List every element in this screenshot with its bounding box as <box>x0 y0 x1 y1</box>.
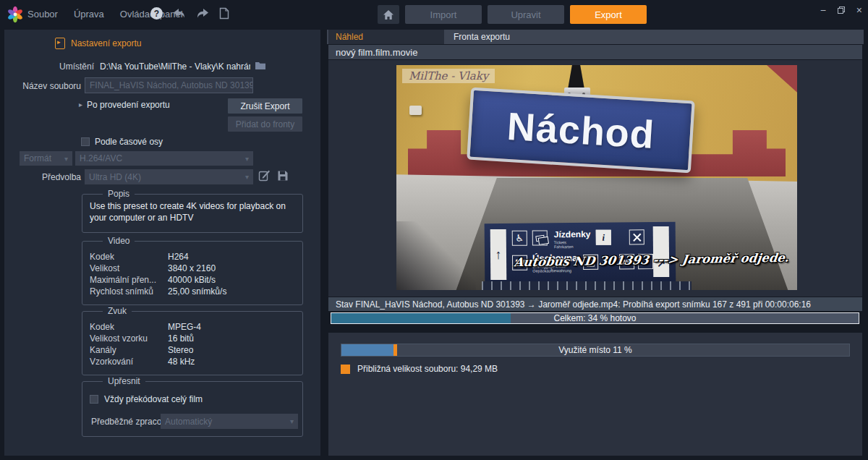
overall-progress-label: Celkem: 34 % hotovo <box>331 313 859 323</box>
app-logo-icon <box>7 6 24 23</box>
preset-label: Předvolba <box>9 172 81 182</box>
export-button[interactable]: Export <box>570 5 647 24</box>
video-group: Video KodekH264 Velikost3840 x 2160 Maxi… <box>82 241 303 305</box>
photo-underpass-opening: ↑ ↗ ♿ Jízdenky Tickets Fahrkarten i <box>453 178 791 290</box>
chevron-down-icon: ▾ <box>245 155 249 163</box>
tab-fronta-exportu[interactable]: Fronta exportu <box>454 32 510 42</box>
video-row-value: 25,00 snímků/s <box>168 286 226 297</box>
timeline-checkbox-label: Podle časové osy <box>95 137 163 147</box>
export-settings-icon <box>55 38 65 49</box>
wheelchair-icon: ♿ <box>512 231 527 246</box>
after-export-label[interactable]: Po provedení exportu <box>87 100 170 110</box>
photo-corner-decor <box>754 65 797 95</box>
minimize-button[interactable]: − <box>820 4 826 16</box>
audio-row-label: Kanály <box>90 345 168 355</box>
redo-icon[interactable] <box>196 8 209 20</box>
add-to-queue-button[interactable]: Přidat do fronty <box>228 116 302 132</box>
description-group: Popis Use this preset to create 4K video… <box>82 194 303 233</box>
menu-soubor[interactable]: Soubor <box>27 9 58 20</box>
audio-row-value: 48 kHz <box>168 357 195 367</box>
audio-row-label: Kodek <box>90 322 168 332</box>
home-button[interactable] <box>378 5 399 24</box>
tickets-icon <box>532 230 548 245</box>
chevron-down-icon: ▾ <box>64 155 68 163</box>
codec-select[interactable]: H.264/AVC ▾ <box>75 151 253 166</box>
top-menu-bar: Soubor Úprava Ovládací panel ? Impo <box>0 0 868 30</box>
location-label: Umístění <box>22 61 94 72</box>
luggage-sub2: Gepäckaufbewahrung <box>532 268 577 273</box>
tickets-title: Jízdenky <box>554 230 591 239</box>
browse-folder-icon[interactable] <box>255 61 266 70</box>
video-row-value: H264 <box>168 252 189 262</box>
tab-nahled[interactable]: Náhled <box>328 30 444 44</box>
video-row-label: Maximální přen... <box>90 275 168 285</box>
disk-usage-bar: Využité místo 11 % <box>341 344 850 357</box>
chevron-down-icon: ▾ <box>290 417 294 425</box>
audio-row-label: Vzorkování <box>90 357 168 367</box>
arrow-up-box: ↑ <box>490 229 507 280</box>
transcode-checkbox[interactable] <box>90 395 98 404</box>
application-window: Soubor Úprava Ovládací panel ? Impo <box>0 0 868 460</box>
info-icon: i <box>596 230 611 245</box>
preset-select[interactable]: Ultra HD (4K) ▾ <box>85 169 253 184</box>
preprocess-select[interactable]: Automatický ▾ <box>161 414 298 429</box>
photo-wall-lamp <box>409 106 422 115</box>
video-row-value: 3840 x 2160 <box>168 263 216 273</box>
description-legend: Popis <box>103 189 135 199</box>
file-size-text: Přibližná velikost souboru: 94,29 MB <box>357 364 498 374</box>
preview-frame: ↑ ↗ ♿ Jízdenky Tickets Fahrkarten i <box>396 65 797 290</box>
save-preset-icon[interactable] <box>277 170 289 182</box>
import-button[interactable]: Import <box>405 5 482 24</box>
tab-bar: Náhled Fronta exportu <box>327 30 864 44</box>
menu-uprava[interactable]: Úprava <box>74 9 104 20</box>
watermark-channel: MilThe - Vlaky <box>402 69 495 83</box>
export-status-text: Stav FINAL_HaVIS Náchod, Autobus ND 3013… <box>328 297 862 311</box>
transcode-checkbox-label: Vždy překódovat celý film <box>104 394 203 404</box>
video-row-label: Velikost <box>90 263 168 273</box>
timeline-checkbox[interactable] <box>81 137 90 146</box>
panel-title: Nastavení exportu <box>71 38 141 48</box>
video-legend: Video <box>103 236 135 246</box>
advanced-group: Upřesnit Vždy překódovat celý film Předb… <box>82 381 303 437</box>
audio-row-label: Velikost vzorku <box>90 333 168 344</box>
tickets-label-block: Jízdenky Tickets Fahrkarten <box>554 230 591 249</box>
video-row-label: Rychlost snímků <box>90 286 168 297</box>
home-icon <box>383 9 394 20</box>
file-size-swatch <box>341 365 350 374</box>
arrow-diag-box: ↗ <box>653 226 670 277</box>
panel-header: Nastavení exportu <box>55 38 141 49</box>
description-text: Use this preset to create 4K videos for … <box>82 195 302 223</box>
preview-panel: Náhled Fronta exportu nový film.film.mov… <box>327 30 864 456</box>
filename-input[interactable]: FINAL_HaVIS Náchod, Autobus ND 301393 → <box>85 77 253 93</box>
close-button[interactable]: × <box>856 4 862 16</box>
chevron-down-icon: ▾ <box>245 173 249 181</box>
audio-row-value: 16 bitů <box>168 333 194 344</box>
format-select[interactable]: Formát ▾ <box>20 151 72 166</box>
cancel-export-button[interactable]: Zrušit Export <box>228 98 302 114</box>
overall-progress-bar: Celkem: 34 % hotovo <box>331 312 859 324</box>
restore-button[interactable] <box>838 7 845 14</box>
photo-floor-reflection <box>482 281 692 290</box>
edit-preset-icon[interactable] <box>258 169 271 182</box>
help-icon[interactable]: ? <box>150 7 163 20</box>
file-size-legend: Přibližná velikost souboru: 94,29 MB <box>341 364 498 374</box>
tickets-sub2: Fahrkarten <box>554 244 591 249</box>
audio-row-value: MPEG-4 <box>168 322 201 332</box>
export-settings-panel: Nastavení exportu Umístění D:\Na YouTube… <box>4 30 320 456</box>
audio-group: Zvuk KodekMPEG-4 Velikost vzorku16 bitů … <box>82 311 303 375</box>
edit-button[interactable]: Upravit <box>488 5 564 24</box>
expander-icon[interactable]: ▸ <box>79 101 82 108</box>
filename-label: Název souboru <box>9 81 81 91</box>
photo-shadow <box>396 221 476 290</box>
video-row-label: Kodek <box>90 252 168 262</box>
audio-row-value: Stereo <box>168 345 193 355</box>
undo-icon[interactable] <box>173 8 186 20</box>
disk-usage-panel: Využité místo 11 % Přibližná velikost so… <box>328 333 862 456</box>
document-icon[interactable] <box>219 7 229 20</box>
preprocess-label: Předběžné zpraco <box>91 417 161 427</box>
video-preview-area: ↑ ↗ ♿ Jízdenky Tickets Fahrkarten i <box>328 60 862 297</box>
video-row-value: 40000 kBit/s <box>168 275 216 285</box>
station-sign: Náchod <box>467 88 695 174</box>
advanced-legend: Upřesnit <box>103 376 145 386</box>
restaurant-icon <box>629 229 644 244</box>
